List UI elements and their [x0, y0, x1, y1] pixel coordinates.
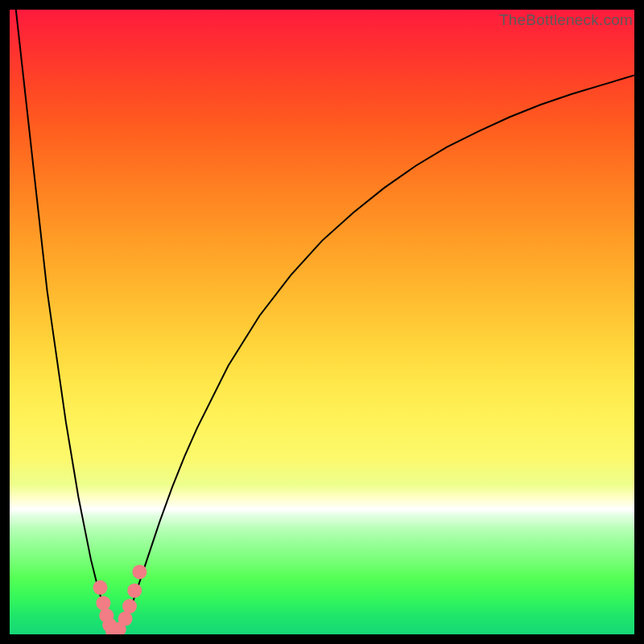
marker-point	[118, 612, 133, 626]
watermark-text: TheBottleneck.com	[499, 11, 633, 29]
marker-point	[93, 580, 108, 595]
marker-point	[122, 599, 137, 613]
marker-point	[132, 564, 147, 579]
marker-point	[96, 596, 110, 610]
chart-container: TheBottleneck.com	[0, 0, 644, 644]
highlight-markers	[93, 564, 147, 634]
marker-point	[127, 584, 142, 598]
chart-svg	[10, 10, 634, 634]
bottleneck-curve	[16, 10, 634, 633]
curve-path	[16, 10, 634, 633]
